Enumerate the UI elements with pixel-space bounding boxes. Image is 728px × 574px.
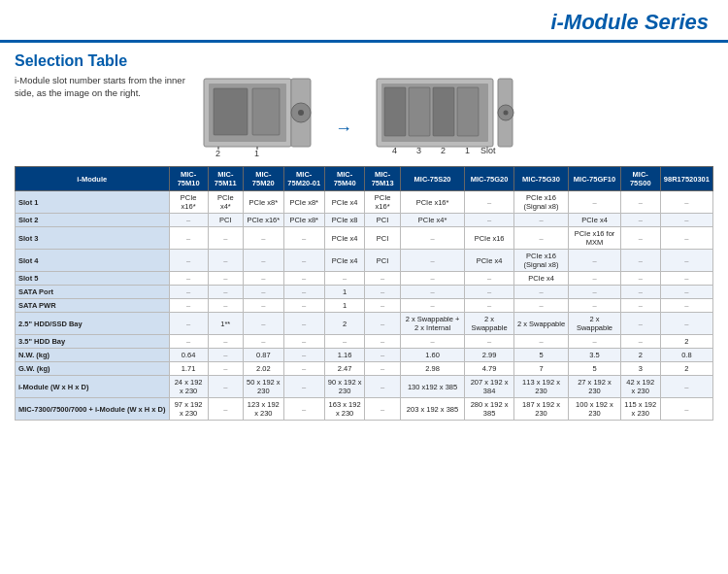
table-cell: 0.87 [243, 349, 283, 362]
table-row: 3.5" HDD Bay–––––––––––2 [16, 335, 713, 349]
right-diagram: 4 3 2 1 Slot [372, 74, 517, 158]
table-cell: – [660, 299, 712, 313]
table-cell: – [660, 227, 712, 250]
table-row: SATA Port––––1––––––– [16, 286, 713, 299]
table-cell: – [400, 250, 465, 272]
svg-rect-15 [433, 87, 454, 136]
table-cell: – [513, 214, 568, 227]
table-cell: – [283, 335, 324, 349]
table-cell: – [365, 313, 400, 335]
table-cell: – [243, 250, 283, 272]
table-cell: 2.98 [400, 362, 465, 376]
svg-point-19 [504, 111, 509, 116]
table-cell: – [208, 349, 243, 362]
svg-rect-2 [214, 88, 248, 135]
table-cell: 2 [324, 313, 365, 335]
table-cell: – [208, 335, 243, 349]
table-cell: 0.64 [169, 349, 208, 362]
col-header-75g20: MIC-75G20 [465, 167, 513, 191]
table-cell: PCIe x16 [465, 227, 513, 250]
table-cell: PCIe x16* [365, 191, 400, 214]
table-cell: 203 x 192 x 385 [400, 398, 465, 421]
table-cell: 163 x 192 x 230 [324, 398, 365, 421]
svg-rect-16 [457, 87, 479, 136]
table-cell: 97 x 192 x 230 [169, 398, 208, 421]
table-cell: – [513, 335, 568, 349]
table-cell: 3 [620, 362, 660, 376]
table-cell: – [569, 191, 621, 214]
table-cell: – [169, 299, 208, 313]
table-cell: 2 x Swappable [465, 313, 513, 335]
table-cell: – [620, 227, 660, 250]
table-row: Slot 3––––PCIe x4PCI–PCIe x16–PCIe x16 f… [16, 227, 713, 250]
table-cell: – [465, 191, 513, 214]
table-cell: – [400, 286, 465, 299]
svg-text:1: 1 [254, 149, 259, 156]
table-cell: PCIe x8 [324, 214, 365, 227]
table-cell: – [169, 286, 208, 299]
table-row: Slot 5––––––––PCIe x4––– [16, 272, 713, 286]
row-label: Slot 4 [16, 250, 170, 272]
table-cell: PCIe x4* [400, 214, 465, 227]
table-cell: – [365, 335, 400, 349]
table-cell: – [660, 376, 712, 398]
col-header-75m20-01: MIC-75M20-01 [283, 167, 324, 191]
table-cell: PCIe x4 [465, 250, 513, 272]
row-label: Slot 3 [16, 227, 170, 250]
svg-text:4: 4 [392, 146, 397, 155]
table-cell: – [365, 362, 400, 376]
table-cell: 2 x Swappable + 2 x Internal [400, 313, 465, 335]
table-cell: – [465, 214, 513, 227]
table-cell: – [620, 250, 660, 272]
table-cell: PCIe x4 [324, 250, 365, 272]
table-cell: – [465, 286, 513, 299]
table-cell: – [569, 286, 621, 299]
table-cell: 1 [324, 299, 365, 313]
diagrams-wrapper: 2 1 → [199, 74, 517, 158]
table-cell: 3.5 [569, 349, 621, 362]
table-row: Slot 4––––PCIe x4PCI–PCIe x4PCIe x16 (Si… [16, 250, 713, 272]
table-cell: – [169, 272, 208, 286]
table-cell: – [569, 299, 621, 313]
table-cell: 2 x Swappable [513, 313, 568, 335]
svg-text:Slot: Slot [480, 146, 496, 155]
row-label: Slot 5 [16, 272, 170, 286]
table-cell: – [660, 191, 712, 214]
row-label: SATA Port [16, 286, 170, 299]
col-header-75m11: MIC-75M11 [208, 167, 243, 191]
table-cell: 90 x 192 x 230 [324, 376, 365, 398]
table-cell: – [660, 286, 712, 299]
table-cell: 280 x 192 x 385 [465, 398, 513, 421]
table-cell: 2 [620, 349, 660, 362]
table-row: Slot 2–PCIPCIe x16*PCIe x8*PCIe x8PCIPCI… [16, 214, 713, 227]
table-cell: – [400, 335, 465, 349]
table-cell: – [208, 398, 243, 421]
table-cell: – [283, 286, 324, 299]
table-cell: – [324, 335, 365, 349]
col-header-98r: 98R17520301 [660, 167, 712, 191]
svg-rect-14 [409, 87, 430, 136]
table-cell: 2 [660, 335, 712, 349]
table-cell: – [620, 191, 660, 214]
table-cell: – [400, 227, 465, 250]
table-cell: 1** [208, 313, 243, 335]
table-cell: – [465, 335, 513, 349]
table-cell: PCI [365, 227, 400, 250]
table-cell: 42 x 192 x 230 [620, 376, 660, 398]
table-cell: – [243, 299, 283, 313]
table-cell: – [208, 286, 243, 299]
row-label: SATA PWR [16, 299, 170, 313]
table-row: 2.5" HDD/SSD Bay–1**––2–2 x Swappable + … [16, 313, 713, 335]
table-cell: – [513, 227, 568, 250]
table-cell: – [400, 272, 465, 286]
table-cell: PCIe x16* [169, 191, 208, 214]
table-cell: – [365, 286, 400, 299]
table-cell: – [243, 272, 283, 286]
svg-point-6 [298, 110, 304, 116]
row-label: 3.5" HDD Bay [16, 335, 170, 349]
table-cell: – [620, 299, 660, 313]
table-row: MIC-7300/7500/7000 + i-Module (W x H x D… [16, 398, 713, 421]
table-cell: 27 x 192 x 230 [569, 376, 621, 398]
table-cell: – [169, 214, 208, 227]
table-cell: – [569, 272, 621, 286]
